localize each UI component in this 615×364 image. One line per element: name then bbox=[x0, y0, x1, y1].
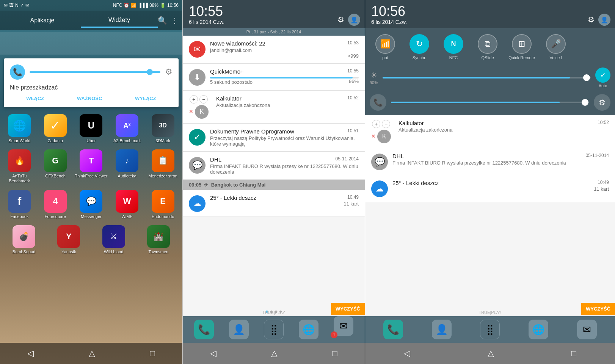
dock-apps[interactable]: ⣿ bbox=[264, 320, 284, 339]
qs-dock-apps[interactable]: ⣿ bbox=[480, 320, 500, 339]
app-label-gfxbench: GFXBench bbox=[45, 174, 66, 179]
qs-app-name-dhl: DHL bbox=[392, 153, 404, 159]
app-smartworld[interactable]: 🌐 SmartWorld bbox=[3, 114, 36, 143]
recents-button-p1[interactable]: □ bbox=[142, 345, 162, 361]
app-wildblood[interactable]: ⚔ Wild blood bbox=[97, 225, 130, 254]
app-wimp[interactable]: W WiMP bbox=[110, 190, 144, 219]
app-thinkfree[interactable]: T ThinkFree Viewer bbox=[74, 149, 108, 184]
back-button-p2[interactable]: ◁ bbox=[202, 345, 224, 361]
auto-brightness-btn[interactable]: ✓ bbox=[595, 67, 610, 83]
qs-notif-kalkulator[interactable]: + − ✕ K Kalkulator 10:52 Aktualizacja za… bbox=[365, 115, 615, 148]
app-gfxbench[interactable]: G GFXBench bbox=[39, 149, 72, 184]
mini-x-btn[interactable]: ✕ bbox=[189, 108, 193, 115]
home-button-p1[interactable]: △ bbox=[81, 345, 103, 361]
tab-widgets[interactable]: Widżety bbox=[81, 14, 158, 28]
notif-kalkulator[interactable]: + − ✕ K Kalkulator 10:52 Aktualizacja za… bbox=[183, 91, 365, 124]
time-display: 10:56 bbox=[167, 3, 179, 8]
app-menedzer[interactable]: 📋 Menedżer stron bbox=[146, 149, 180, 184]
qs-mini-x[interactable]: ✕ bbox=[371, 133, 376, 139]
notif-dokumenty[interactable]: ✓ Dokumenty Prawne Oprogramow 10:51 Prze… bbox=[183, 124, 365, 152]
mini-minus-btn[interactable]: − bbox=[199, 95, 208, 104]
app-zadania[interactable]: ✓ Zadania bbox=[39, 114, 72, 143]
notif-app-name-dokumenty: Dokumenty Prawne Oprogramow bbox=[210, 128, 294, 135]
qs-dock-web[interactable]: 🌐 bbox=[529, 320, 548, 339]
volume-thumb[interactable] bbox=[582, 99, 588, 106]
qs-user-icon[interactable]: 👤 bbox=[598, 14, 610, 26]
qs-dock-phone[interactable]: 📞 bbox=[383, 320, 403, 339]
app-townsmen[interactable]: 🏰 Townsmen bbox=[142, 225, 175, 254]
vol-gear-btn[interactable]: ⚙ bbox=[594, 94, 610, 111]
app-label-foursquare: Foursquare bbox=[45, 214, 66, 219]
notif-quickmemo[interactable]: ⬇ QuickMemo+ 10:55 5 sekund pozostało 96… bbox=[183, 64, 365, 91]
notif-weather[interactable]: ☁ 25° - Lekki deszcz 10:49 11 kart bbox=[183, 190, 365, 217]
tab-apps[interactable]: Aplikacje bbox=[4, 14, 81, 27]
qs-item-hotspot[interactable]: 📶 pot bbox=[368, 32, 402, 62]
notif-avatar-weather: ☁ bbox=[189, 195, 206, 212]
quick-settings-grid: 📶 pot ↻ Synchr. N NFC ⧉ QSlide ⊞ Quick R… bbox=[365, 28, 615, 66]
notif-top-row-dokumenty: Dokumenty Prawne Oprogramow 10:51 bbox=[210, 128, 359, 135]
back-button-p3[interactable]: ◁ bbox=[396, 345, 418, 361]
notif-dhl[interactable]: 💬 DHL 05-11-2014 Firma INFAKT BIURO R wy… bbox=[183, 152, 365, 180]
notif-gmail[interactable]: ✉ Nowe wiadomości: 22 10:53 janblin@gmai… bbox=[183, 36, 365, 64]
qs-item-qslide[interactable]: ⧉ QSlide bbox=[471, 32, 505, 62]
mini-plus-btn[interactable]: + bbox=[190, 95, 198, 104]
app-bombsquad[interactable]: 💣 BombSquad bbox=[7, 225, 41, 254]
app-foursquare[interactable]: 4 Foursquare bbox=[39, 190, 72, 219]
app-a2bench[interactable]: A² A2 Benchmark bbox=[110, 114, 144, 143]
progress-labels: 5 sekund pozostało 96% bbox=[210, 78, 359, 85]
app-antutu[interactable]: 🔥 AnTuTu Benchmark bbox=[3, 149, 36, 184]
qs-mini-plus[interactable]: + bbox=[372, 120, 380, 128]
widget-slider-thumb[interactable] bbox=[147, 69, 153, 75]
notif-app-name-quickmemo: QuickMemo+ bbox=[210, 68, 244, 75]
qs-avatar-dhl: 💬 bbox=[371, 154, 388, 170]
qs-time-kalkulator: 10:52 bbox=[598, 120, 609, 125]
volume-slider[interactable] bbox=[391, 102, 589, 103]
qs-app-name-weather: 25° - Lekki deszcz bbox=[392, 180, 439, 186]
dock-contacts[interactable]: 👤 bbox=[229, 320, 249, 339]
qs-notif-weather[interactable]: ☁ 25° - Lekki deszcz 10:49 11 kart bbox=[365, 175, 615, 202]
widget-gear-icon[interactable]: ⚙ bbox=[165, 67, 173, 77]
app-endomondo[interactable]: E Endomondo bbox=[146, 190, 180, 219]
back-button-p1[interactable]: ◁ bbox=[20, 345, 41, 361]
home-button-p3[interactable]: △ bbox=[480, 345, 502, 361]
qs-avatar-weather: ☁ bbox=[371, 180, 388, 197]
widget-vlacz-btn[interactable]: WŁĄCZ bbox=[26, 96, 44, 101]
app-yanosik[interactable]: Y Yanosik bbox=[52, 225, 85, 254]
nav-bar-panel2: ◁ △ □ bbox=[183, 343, 365, 364]
qs-dock-contacts[interactable]: 👤 bbox=[432, 320, 452, 339]
recents-button-p2[interactable]: □ bbox=[325, 345, 345, 361]
widget-slider[interactable] bbox=[30, 71, 160, 73]
notif-top-row-weather: 25° - Lekki deszcz 10:49 bbox=[210, 195, 359, 201]
app-uber[interactable]: U Uber bbox=[74, 114, 108, 143]
qs-item-quickremote[interactable]: ⊞ Quick Remote bbox=[505, 32, 539, 62]
qs-mini-minus[interactable]: − bbox=[382, 120, 390, 128]
app-3dmark[interactable]: 3D 3DMark bbox=[146, 114, 180, 143]
widget-strip bbox=[0, 32, 182, 55]
notif-header-icons: ⚙ 👤 bbox=[337, 14, 360, 26]
app-audioteka[interactable]: ♪ Audioteka bbox=[110, 149, 144, 184]
home-button-p2[interactable]: △ bbox=[264, 345, 285, 361]
user-avatar-icon[interactable]: 👤 bbox=[348, 14, 360, 26]
qs-item-nfc[interactable]: N NFC bbox=[436, 32, 471, 62]
calendar-bar: Pt., 31 paz - Sob., 22 lis 2014 bbox=[183, 28, 365, 36]
widget-wylacz-btn[interactable]: WYŁĄCZ bbox=[135, 96, 156, 101]
search-button[interactable]: 🔍 bbox=[158, 16, 167, 25]
dock-web[interactable]: 🌐 bbox=[299, 320, 318, 339]
dock-phone[interactable]: 📞 bbox=[194, 320, 214, 339]
settings-icon[interactable]: ⚙ bbox=[337, 15, 344, 24]
qs-dock-messages[interactable]: ✉ bbox=[577, 320, 597, 339]
qs-notif-dhl[interactable]: 💬 DHL 05-11-2014 Firma INFAKT BIURO R wy… bbox=[365, 148, 615, 175]
more-options-button[interactable]: ⋮ bbox=[171, 16, 179, 25]
brightness-slider[interactable] bbox=[383, 77, 591, 78]
recents-button-p3[interactable]: □ bbox=[564, 345, 584, 361]
app-messenger[interactable]: 💬 Messenger bbox=[74, 190, 108, 219]
nfc-icon: N bbox=[15, 3, 19, 8]
brightness-thumb[interactable] bbox=[583, 74, 590, 81]
qs-settings-icon[interactable]: ⚙ bbox=[588, 15, 595, 24]
app-label-thinkfree: ThinkFree Viewer bbox=[75, 174, 107, 179]
qs-item-synchr[interactable]: ↻ Synchr. bbox=[402, 32, 436, 62]
widget-vaznosc-btn[interactable]: WAŻNOŚĆ bbox=[77, 96, 102, 101]
app-facebook[interactable]: f Facebook bbox=[3, 190, 36, 219]
qs-item-voice[interactable]: 🎤 Voice I bbox=[539, 32, 573, 62]
panel-quick-settings: 10:56 6 lis 2014 Czw. ⚙ 👤 📶 pot ↻ Synchr… bbox=[365, 0, 615, 364]
